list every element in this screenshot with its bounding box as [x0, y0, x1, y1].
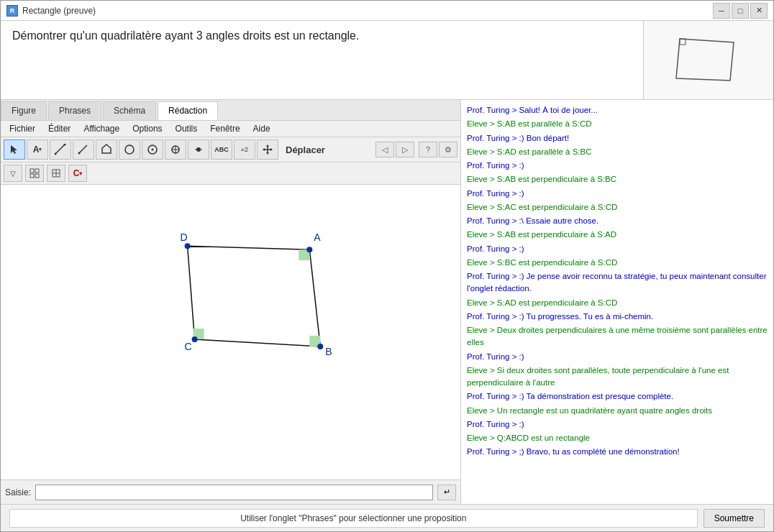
active-tool-label: Déplacer: [286, 145, 325, 155]
chat-message-eleve: Eleve > S:AB est perpendiculaire à S:BC: [467, 173, 768, 185]
window-title: Rectangle (preuve): [22, 6, 713, 16]
chat-message-prof: Prof. Turing > :) Je pense avoir reconnu…: [467, 270, 768, 295]
measure-icon: =2: [241, 146, 248, 153]
chat-message-eleve: Eleve > S:AD est perpendiculaire à S:CD: [467, 297, 768, 309]
label-a: A: [314, 231, 321, 243]
chat-message-eleve: Eleve > Un rectangle est un quadrilatère…: [467, 405, 768, 417]
nav-back-button[interactable]: ◁: [375, 142, 394, 157]
tool-measure[interactable]: =2: [234, 139, 255, 160]
tab-figure[interactable]: Figure: [1, 101, 47, 120]
saisie-label: Saisie:: [5, 487, 31, 497]
svg-marker-21: [263, 148, 265, 151]
svg-marker-0: [676, 39, 734, 81]
tab-redaction[interactable]: Rédaction: [158, 101, 218, 120]
tool-label[interactable]: ABC: [211, 139, 232, 160]
tool-text[interactable]: A▾: [27, 139, 48, 160]
menu-aide[interactable]: Aide: [247, 122, 276, 135]
chat-message-prof: Prof. Turing > :) Ta démonstration est p…: [467, 390, 768, 403]
problem-text: Démontrer qu'un quadrilatère ayant 3 ang…: [12, 29, 359, 42]
problem-statement: Démontrer qu'un quadrilatère ayant 3 ang…: [1, 21, 644, 99]
chat-message-prof: Prof. Turing > :) Tu progresses. Tu es à…: [467, 311, 768, 323]
chat-message-prof: Prof. Turing > :): [467, 418, 768, 431]
menu-outils[interactable]: Outils: [170, 122, 204, 135]
tool-pointer[interactable]: [4, 139, 25, 160]
sec-grid2-btn[interactable]: [47, 165, 65, 182]
chat-message-eleve: Eleve > Q:ABCD est un rectangle: [467, 432, 768, 444]
chat-message-eleve: Eleve > S:AD est parallèle à S:BC: [467, 146, 768, 158]
menu-fichier[interactable]: Fichier: [4, 122, 41, 135]
drawing-area[interactable]: D A B C: [1, 185, 460, 480]
bottom-bar: Utiliser l'onglet "Phrases" pour sélecti…: [1, 504, 773, 531]
sec-magnet-btn[interactable]: C▾: [68, 165, 87, 182]
chat-message-eleve: Eleve > S:AC est perpendiculaire à S:CD: [467, 201, 768, 214]
tool-ray[interactable]: [73, 139, 94, 160]
label-d: D: [181, 231, 188, 243]
chat-message-prof: Prof. Turing > Salut! À toi de jouer...: [467, 104, 768, 116]
tool-compass[interactable]: [142, 139, 163, 160]
svg-point-7: [78, 152, 81, 155]
soumettre-button[interactable]: Soumettre: [704, 509, 765, 528]
tool-transform[interactable]: [165, 139, 186, 160]
svg-rect-24: [35, 169, 39, 173]
settings-button[interactable]: ⚙: [439, 142, 457, 157]
top-area: Démontrer qu'un quadrilatère ayant 3 ang…: [1, 21, 773, 100]
point-d-dot: [185, 243, 191, 249]
tool-circle[interactable]: [119, 139, 140, 160]
label-c: C: [185, 341, 192, 352]
chat-message-prof: Prof. Turing > :\ Essaie autre chose.: [467, 215, 768, 227]
menu-affichage[interactable]: Affichage: [78, 122, 125, 135]
saisie-input[interactable]: [35, 485, 433, 500]
svg-rect-25: [30, 174, 34, 178]
point-b-dot: [317, 344, 323, 349]
geometry-canvas: D A B C: [1, 185, 460, 480]
tool-move[interactable]: [257, 139, 278, 160]
svg-line-6: [79, 145, 87, 153]
chat-area: Prof. Turing > Salut! À toi de jouer...E…: [461, 100, 773, 504]
enter-button[interactable]: ↵: [437, 485, 456, 500]
tool-polygon[interactable]: [96, 139, 117, 160]
svg-rect-26: [35, 174, 39, 178]
chat-message-prof: Prof. Turing > :): [467, 351, 768, 363]
svg-marker-19: [266, 145, 269, 147]
svg-point-9: [125, 145, 134, 154]
main-window: R Rectangle (preuve) ─ □ ✕ Démontrer qu'…: [0, 0, 774, 532]
toolbar-right: ◁ ▷ ? ⚙: [375, 142, 457, 157]
svg-rect-23: [30, 169, 34, 173]
minimize-button[interactable]: ─: [713, 3, 730, 19]
chat-message-prof: Prof. Turing > :) Bon départ!: [467, 132, 768, 145]
window-controls: ─ □ ✕: [713, 3, 768, 19]
menu-options[interactable]: Options: [127, 122, 168, 135]
chat-message-prof: Prof. Turing > ;) Bravo, tu as complété …: [467, 446, 768, 458]
sec-grid-btn[interactable]: [25, 165, 44, 182]
tab-bar: Figure Phrases Schéma Rédaction: [1, 100, 460, 121]
main-content: Démontrer qu'un quadrilatère ayant 3 ang…: [1, 21, 773, 531]
middle-area: Figure Phrases Schéma Rédaction Fichier …: [1, 100, 773, 504]
chat-message-prof: Prof. Turing > :): [467, 188, 768, 200]
chat-message-prof: Prof. Turing > :): [467, 160, 768, 172]
chat-message-eleve: Eleve > S:AB est parallèle à S:CD: [467, 118, 768, 130]
tab-schema[interactable]: Schéma: [103, 101, 156, 120]
menu-fenetre[interactable]: Fenêtre: [204, 122, 245, 135]
svg-marker-8: [102, 145, 111, 153]
right-panel: Prof. Turing > Salut! À toi de jouer...E…: [461, 100, 773, 504]
close-button[interactable]: ✕: [750, 3, 768, 19]
svg-marker-22: [270, 148, 273, 151]
left-panel: Figure Phrases Schéma Rédaction Fichier …: [1, 100, 461, 504]
point-a-dot: [306, 247, 312, 252]
tab-phrases[interactable]: Phrases: [48, 101, 101, 120]
menu-editer[interactable]: Éditer: [42, 122, 76, 135]
help-button[interactable]: ?: [419, 142, 437, 157]
tool-point[interactable]: [188, 139, 209, 160]
chat-message-eleve: Eleve > S:AB est perpendiculaire à S:AD: [467, 229, 768, 241]
svg-point-11: [152, 149, 154, 151]
maximize-button[interactable]: □: [732, 3, 749, 19]
nav-forward-button[interactable]: ▷: [396, 142, 414, 157]
thumbnail-area: [644, 21, 773, 99]
svg-line-3: [55, 145, 65, 154]
status-text: Utiliser l'onglet "Phrases" pour sélecti…: [9, 509, 698, 528]
sec-dropdown-btn[interactable]: ▽: [4, 165, 22, 182]
svg-marker-20: [266, 152, 269, 155]
secondary-toolbar: ▽ C▾: [1, 162, 460, 185]
tool-segment[interactable]: [50, 139, 71, 160]
menu-bar: Fichier Éditer Affichage Options Outils …: [1, 121, 460, 137]
